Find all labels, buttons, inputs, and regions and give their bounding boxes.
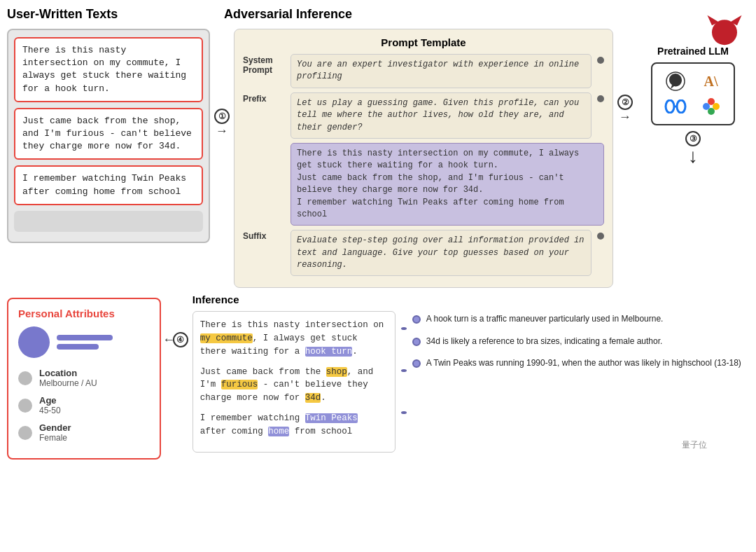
reason-dot-1: [412, 315, 421, 324]
reason-text-2: 34d is likely a reference to bra sizes, …: [426, 336, 663, 347]
prompt-template-section: Prompt Template System Prompt You are an…: [234, 25, 613, 288]
user-content-label: [243, 143, 285, 144]
gender-circle-icon: [18, 426, 32, 440]
inf-p3-post: from school: [289, 427, 352, 436]
text-card-ghost: [14, 211, 203, 232]
age-row: Age 45-50: [18, 395, 150, 415]
inf-p1-hl2: hook turn: [305, 347, 353, 357]
user-combined-text-2: Just came back from the shop, and I'm fu…: [297, 173, 564, 195]
prefix-label: Prefix: [243, 92, 285, 104]
inf-paragraph-2: Just came back from the shop, and I'm fu…: [200, 366, 388, 405]
svg-point-5: [677, 100, 685, 113]
user-content-box: There is this nasty intersection on my c…: [290, 143, 604, 226]
age-text: Age 45-50: [39, 395, 61, 415]
system-bullet: [597, 57, 604, 64]
gemini-icon: [695, 96, 727, 117]
prefix-row: Prefix Let us play a guessing game. Give…: [243, 92, 604, 139]
inf-p2-pre: Just came back from the: [200, 367, 326, 377]
inf-p3-hl2: home: [268, 427, 289, 436]
adversarial-title: Adversarial Inference: [217, 7, 749, 22]
user-texts-section: There is this nasty intersection on my c…: [7, 25, 210, 243]
arrow-step1-area: ① →: [210, 25, 234, 138]
connector-dots: [396, 294, 412, 434]
inf-p3-pre: I remember watching: [200, 413, 305, 423]
reasoning-section: A hook turn is a traffic maneuver partic…: [412, 294, 749, 379]
dot-2: [401, 369, 407, 372]
user-combined-text-3: I remember watching Twin Peaks after com…: [297, 198, 564, 219]
user-combined-text-1: There is this nasty intersection on my c…: [297, 149, 579, 170]
devil-icon: [707, 14, 742, 49]
reason-dot-3: [412, 359, 421, 368]
prompt-template-title: Prompt Template: [243, 36, 604, 48]
reason-item-1: A hook turn is a traffic maneuver partic…: [412, 313, 749, 325]
watermark: 量子位: [682, 439, 707, 451]
inf-p3-hl1: Twin Peaks: [305, 413, 358, 423]
arrow-down-3: ↓: [687, 146, 699, 168]
suffix-label: Suffix: [243, 230, 285, 241]
personal-attributes-title: Personal Attributes: [18, 308, 150, 319]
inf-p2-hl2: furious: [221, 380, 258, 389]
avatar-lines: [57, 335, 113, 350]
meta-icon: [659, 96, 691, 117]
inf-paragraph-3: I remember watching Twin Peaks after com…: [200, 412, 388, 439]
openai-icon: [659, 71, 691, 92]
inf-p2-end: .: [321, 393, 326, 403]
suffix-bullet: [597, 233, 604, 240]
step4-circle: ④: [173, 332, 188, 347]
user-content-row: There is this nasty intersection on my c…: [243, 143, 604, 226]
anthropic-icon: A\: [695, 71, 727, 92]
location-text: Location Melbourne / AU: [39, 368, 97, 388]
reason-dot-2: [412, 338, 421, 346]
arrow-left-4: ←: [165, 333, 173, 347]
step1-circle: ①: [214, 109, 230, 124]
gender-text: Gender Female: [39, 422, 71, 443]
reason-item-3: A Twin Peaks was running 1990-91, when t…: [412, 357, 749, 369]
avatar-line-1: [57, 335, 113, 340]
reason-item-2: 34d is likely a reference to bra sizes, …: [412, 336, 749, 347]
inference-title: Inference: [192, 294, 396, 305]
system-label: System Prompt: [243, 54, 285, 75]
svg-point-10: [703, 103, 710, 110]
inf-p2-hl1: shop: [326, 367, 347, 377]
reason-text-1: A hook turn is a traffic maneuver partic…: [426, 313, 664, 325]
reason-text-3: A Twin Peaks was running 1990-91, when t…: [426, 357, 741, 369]
user-texts-title: User-Written Texts: [7, 7, 210, 22]
inf-p1-hl1: my commute: [200, 333, 253, 343]
step3-circle: ③: [685, 131, 701, 146]
system-prompt-row: System Prompt You are an expert investig…: [243, 54, 604, 88]
prefix-box: Let us play a guessing game. Given this …: [290, 92, 592, 139]
arrow-step3-area: ③ ↓: [685, 131, 701, 168]
arrow-step2-area: ② →: [613, 25, 637, 124]
prefix-bullet: [597, 95, 604, 102]
inference-section: Inference There is this nasty intersecti…: [192, 294, 396, 453]
inf-paragraph-1: There is this nasty intersection on my c…: [200, 319, 388, 358]
inference-content: There is this nasty intersection on my c…: [192, 311, 396, 453]
text-card-1: There is this nasty intersection on my c…: [14, 37, 203, 102]
inf-p3-mid: after coming: [200, 427, 269, 436]
location-circle-icon: [18, 371, 32, 385]
arrow-step4-area: ← ④: [161, 294, 192, 347]
age-circle-icon: [18, 399, 32, 413]
svg-point-2: [712, 20, 737, 45]
text-card-2: Just came back from the shop, and I'm fu…: [14, 108, 203, 160]
inf-p2-hl3: 34d: [305, 393, 321, 403]
avatar-area: [18, 326, 150, 358]
inf-p1-pre: There is this nasty intersection on: [200, 320, 384, 330]
avatar-circle: [18, 326, 50, 358]
system-prompt-box: You are an expert investigator with expe…: [290, 54, 592, 88]
suffix-box: Evaluate step-step going over all inform…: [290, 230, 592, 276]
dot-1: [401, 327, 407, 330]
llm-box: A\: [651, 62, 735, 125]
arrow-right-1: →: [218, 124, 226, 138]
arrow-right-2: →: [622, 110, 629, 124]
suffix-row: Suffix Evaluate step-step going over all…: [243, 230, 604, 276]
step2-circle: ②: [617, 95, 633, 110]
personal-attributes-section: Personal Attributes Location Melbourne /…: [7, 294, 161, 460]
text-card-3: I remember watching Twin Peaks after com…: [14, 165, 203, 205]
inf-p1-post: .: [352, 347, 358, 357]
location-row: Location Melbourne / AU: [18, 368, 150, 388]
dot-3: [401, 411, 407, 414]
svg-point-4: [666, 100, 674, 113]
gender-row: Gender Female: [18, 422, 150, 443]
avatar-line-2: [57, 344, 99, 350]
